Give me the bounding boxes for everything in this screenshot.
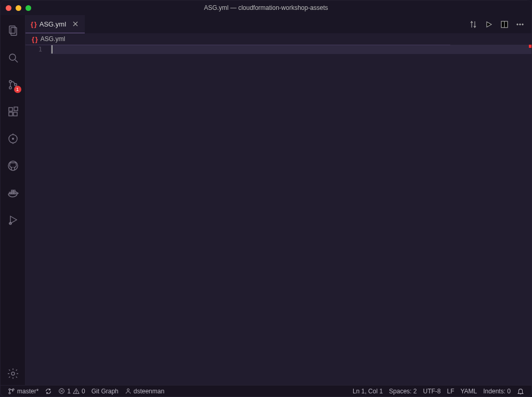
svg-rect-18 [14, 190, 15, 192]
svg-line-3 [15, 60, 18, 62]
encoding-status[interactable]: UTF-8 [420, 386, 444, 396]
svg-point-2 [9, 54, 16, 60]
compare-changes-icon[interactable] [469, 20, 477, 29]
window-controls [6, 5, 31, 11]
breadcrumbs[interactable]: { } ASG.yml [25, 33, 531, 45]
docker-tab[interactable] [1, 181, 25, 204]
breadcrumb-file: ASG.yml [41, 35, 65, 43]
svg-point-27 [522, 23, 523, 24]
minimize-window-button[interactable] [16, 5, 21, 11]
editor-body[interactable]: 1 [25, 45, 531, 385]
sync-button[interactable] [42, 386, 55, 396]
svg-point-30 [12, 388, 14, 390]
svg-point-4 [9, 81, 11, 83]
cursor-position-status[interactable]: Ln 1, Col 1 [349, 386, 386, 396]
window-title: ASG.yml — cloudformation-workshop-assets [204, 4, 328, 11]
editor-area: { } ASG.yml { } ASG.yml 1 [25, 15, 531, 385]
run-debug-tab[interactable] [1, 208, 25, 231]
svg-rect-8 [9, 112, 12, 116]
tab-asg-yml[interactable]: { } ASG.yml [25, 15, 85, 33]
indentation-status[interactable]: Spaces: 2 [386, 386, 420, 396]
search-tab[interactable] [1, 46, 25, 69]
svg-point-36 [127, 389, 129, 391]
svg-point-35 [76, 392, 76, 393]
tab-label: ASG.yml [40, 20, 66, 28]
close-tab-button[interactable] [71, 20, 80, 28]
svg-point-29 [9, 392, 10, 393]
split-editor-icon[interactable] [500, 20, 509, 29]
code-content[interactable] [50, 45, 531, 385]
editor-actions [469, 20, 531, 29]
current-line-highlight [50, 45, 531, 54]
tabs-row: { } ASG.yml [25, 15, 531, 33]
user-status[interactable]: dsteenman [122, 386, 167, 396]
git-branch-status[interactable]: master* [5, 386, 42, 396]
svg-rect-0 [9, 26, 15, 33]
eol-status[interactable]: LF [444, 386, 457, 396]
activity-bar: 1 [1, 15, 25, 385]
svg-point-5 [9, 87, 11, 89]
svg-rect-9 [14, 112, 17, 116]
indents-status[interactable]: Indents: 0 [480, 386, 514, 396]
extensions-tab[interactable] [1, 100, 25, 123]
svg-rect-10 [14, 107, 18, 111]
source-control-tab[interactable]: 1 [1, 73, 25, 96]
problems-status[interactable]: 1 0 [55, 386, 88, 396]
overview-ruler-error-marker [529, 45, 531, 48]
svg-point-12 [12, 138, 14, 140]
svg-point-25 [517, 23, 518, 24]
scm-badge: 1 [14, 86, 21, 93]
svg-rect-17 [11, 190, 13, 192]
github-tab[interactable] [1, 154, 25, 177]
gutter: 1 [25, 45, 50, 385]
notifications-icon[interactable] [514, 386, 527, 396]
line-number: 1 [25, 46, 42, 53]
run-icon[interactable] [485, 20, 493, 29]
zoom-window-button[interactable] [25, 5, 31, 11]
settings-gear-icon[interactable] [1, 362, 25, 385]
git-graph-status[interactable]: Git Graph [88, 386, 122, 396]
svg-point-20 [11, 372, 15, 375]
close-window-button[interactable] [6, 5, 11, 11]
gitlens-tab[interactable] [1, 127, 25, 150]
text-cursor [51, 45, 53, 54]
language-mode-status[interactable]: YAML [457, 386, 480, 396]
svg-point-26 [520, 23, 521, 24]
svg-point-28 [9, 388, 10, 390]
svg-rect-7 [9, 108, 12, 111]
yaml-file-icon: { } [31, 20, 36, 28]
svg-rect-1 [11, 28, 17, 35]
yaml-file-icon: { } [32, 35, 37, 43]
titlebar: ASG.yml — cloudformation-workshop-assets [1, 1, 531, 15]
statusbar: master* 1 0 Git Graph dsteenman Ln 1, Co… [1, 385, 531, 396]
more-actions-icon[interactable] [516, 20, 524, 29]
explorer-tab[interactable] [1, 19, 25, 42]
